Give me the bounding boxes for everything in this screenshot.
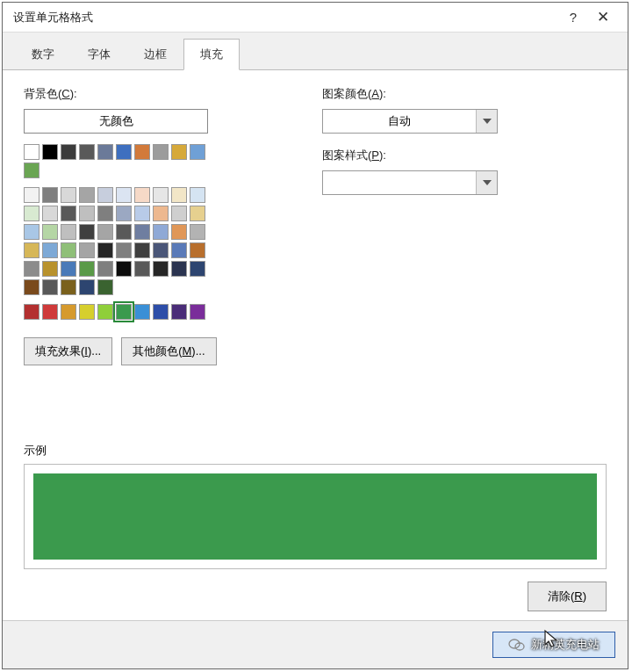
color-swatch[interactable] — [171, 242, 187, 258]
color-swatch[interactable] — [79, 304, 95, 320]
svg-point-0 — [509, 639, 520, 648]
color-swatch[interactable] — [42, 242, 58, 258]
color-swatch[interactable] — [116, 261, 132, 277]
color-swatch[interactable] — [42, 144, 58, 160]
color-swatch[interactable] — [61, 242, 76, 258]
color-swatch[interactable] — [42, 224, 58, 240]
color-swatch[interactable] — [97, 304, 113, 320]
color-swatch[interactable] — [79, 206, 95, 221]
color-swatch[interactable] — [79, 144, 95, 160]
color-swatch[interactable] — [190, 187, 205, 203]
color-swatch[interactable] — [97, 224, 113, 240]
color-swatch[interactable] — [190, 242, 205, 258]
color-swatch[interactable] — [61, 279, 76, 295]
color-swatch[interactable] — [171, 224, 187, 240]
color-swatch[interactable] — [24, 206, 40, 221]
color-swatch[interactable] — [79, 242, 95, 258]
color-swatch[interactable] — [116, 206, 132, 221]
color-swatch[interactable] — [97, 206, 113, 221]
palette-standard-colors — [24, 304, 208, 320]
color-swatch[interactable] — [61, 144, 76, 160]
color-swatch[interactable] — [171, 187, 187, 203]
tab-border[interactable]: 边框 — [127, 39, 183, 70]
color-swatch[interactable] — [171, 206, 187, 221]
color-swatch[interactable] — [134, 242, 150, 258]
pattern-section: 图案颜色(A): 自动 图案样式(P): — [322, 86, 607, 365]
color-swatch[interactable] — [116, 224, 132, 240]
color-swatch[interactable] — [42, 261, 58, 277]
color-swatch[interactable] — [24, 242, 40, 258]
fill-effects-button[interactable]: 填充效果(I)... — [24, 337, 112, 365]
color-swatch[interactable] — [153, 224, 169, 240]
color-swatch[interactable] — [24, 304, 40, 320]
color-swatch[interactable] — [79, 187, 95, 203]
color-swatch[interactable] — [42, 304, 58, 320]
color-swatch[interactable] — [42, 206, 58, 221]
color-swatch[interactable] — [190, 144, 205, 160]
palette-standard-row — [24, 144, 208, 178]
help-icon[interactable]: ? — [561, 10, 585, 25]
background-color-section: 背景色(C): 无颜色 填充效果(I)... 其他颜色(M)... — [24, 86, 269, 365]
color-swatch[interactable] — [153, 261, 169, 277]
color-swatch[interactable] — [97, 144, 113, 160]
color-swatch[interactable] — [61, 206, 76, 221]
pattern-color-dropdown[interactable]: 自动 — [322, 109, 498, 134]
no-color-button[interactable]: 无颜色 — [24, 109, 208, 134]
color-swatch[interactable] — [24, 279, 40, 295]
color-swatch[interactable] — [24, 224, 40, 240]
close-icon[interactable]: ✕ — [585, 8, 621, 26]
color-swatch[interactable] — [134, 261, 150, 277]
color-swatch[interactable] — [190, 206, 205, 221]
color-swatch[interactable] — [42, 187, 58, 203]
color-swatch[interactable] — [134, 224, 150, 240]
dialog-title: 设置单元格格式 — [13, 10, 561, 25]
pattern-style-dropdown[interactable] — [322, 170, 498, 195]
clear-row: 清除(R) — [24, 582, 607, 611]
color-swatch[interactable] — [171, 144, 187, 160]
tab-number[interactable]: 数字 — [15, 39, 71, 70]
ok-button-label: 新精英充电站 — [531, 637, 600, 653]
color-swatch[interactable] — [79, 224, 95, 240]
color-swatch[interactable] — [134, 144, 150, 160]
color-swatch[interactable] — [61, 304, 76, 320]
color-swatch[interactable] — [116, 242, 132, 258]
color-swatch[interactable] — [61, 187, 76, 203]
color-swatch[interactable] — [190, 261, 205, 277]
color-swatch[interactable] — [153, 304, 169, 320]
color-swatch[interactable] — [116, 304, 132, 320]
color-swatch[interactable] — [97, 242, 113, 258]
color-swatch[interactable] — [24, 187, 40, 203]
color-swatch[interactable] — [24, 163, 40, 178]
tab-font[interactable]: 字体 — [71, 39, 127, 70]
sample-color-preview — [33, 473, 597, 560]
color-swatch[interactable] — [134, 304, 150, 320]
color-swatch[interactable] — [153, 144, 169, 160]
ok-button[interactable]: 新精英充电站 — [492, 632, 615, 658]
color-swatch[interactable] — [153, 187, 169, 203]
color-swatch[interactable] — [116, 144, 132, 160]
color-swatch[interactable] — [79, 279, 95, 295]
color-swatch[interactable] — [171, 261, 187, 277]
tab-fill[interactable]: 填充 — [183, 39, 240, 70]
color-swatch[interactable] — [24, 261, 40, 277]
color-swatch[interactable] — [153, 206, 169, 221]
clear-button[interactable]: 清除(R) — [528, 582, 607, 611]
more-colors-button[interactable]: 其他颜色(M)... — [121, 337, 216, 365]
color-swatch[interactable] — [97, 261, 113, 277]
color-swatch[interactable] — [42, 279, 58, 295]
color-swatch[interactable] — [171, 304, 187, 320]
color-swatch[interactable] — [190, 304, 205, 320]
color-swatch[interactable] — [116, 187, 132, 203]
color-swatch[interactable] — [97, 279, 113, 295]
color-swatch[interactable] — [24, 144, 40, 160]
chevron-down-icon[interactable] — [476, 171, 497, 194]
color-swatch[interactable] — [97, 187, 113, 203]
color-swatch[interactable] — [79, 261, 95, 277]
color-swatch[interactable] — [153, 242, 169, 258]
color-swatch[interactable] — [61, 261, 76, 277]
chevron-down-icon[interactable] — [476, 110, 497, 133]
color-swatch[interactable] — [61, 224, 76, 240]
color-swatch[interactable] — [134, 187, 150, 203]
color-swatch[interactable] — [134, 206, 150, 221]
color-swatch[interactable] — [190, 224, 205, 240]
